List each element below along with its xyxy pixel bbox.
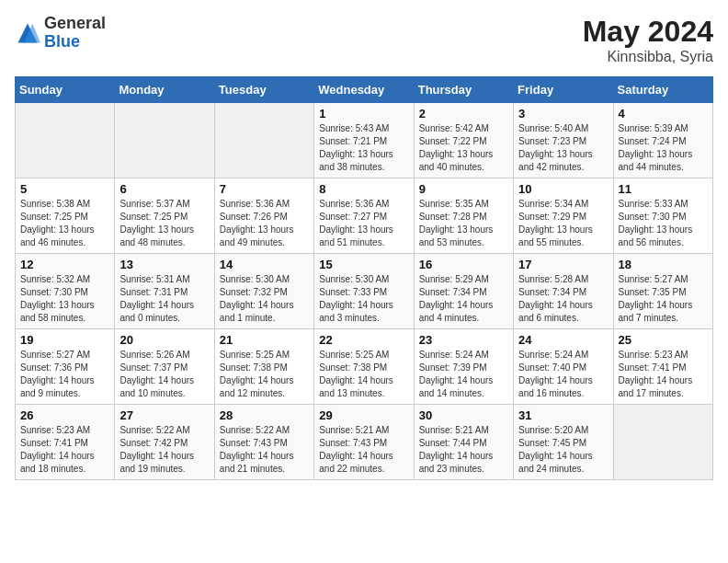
weekday-header-monday: Monday xyxy=(115,77,214,103)
day-info: Sunrise: 5:27 AM Sunset: 7:36 PM Dayligh… xyxy=(20,349,109,400)
day-number: 3 xyxy=(518,107,608,121)
day-number: 22 xyxy=(319,333,408,347)
day-number: 10 xyxy=(518,182,608,196)
calendar-cell: 14Sunrise: 5:30 AM Sunset: 7:32 PM Dayli… xyxy=(214,254,313,329)
weekday-header-tuesday: Tuesday xyxy=(214,77,313,103)
calendar-cell: 7Sunrise: 5:36 AM Sunset: 7:26 PM Daylig… xyxy=(214,178,313,254)
day-info: Sunrise: 5:30 AM Sunset: 7:33 PM Dayligh… xyxy=(319,273,408,325)
calendar-cell: 19Sunrise: 5:27 AM Sunset: 7:36 PM Dayli… xyxy=(16,329,115,405)
calendar-cell: 13Sunrise: 5:31 AM Sunset: 7:31 PM Dayli… xyxy=(115,254,214,329)
week-row-5: 26Sunrise: 5:23 AM Sunset: 7:41 PM Dayli… xyxy=(16,405,713,480)
title-block: May 2024 Kinnsibba, Syria xyxy=(583,15,713,65)
calendar-cell xyxy=(115,103,214,178)
calendar-cell: 12Sunrise: 5:32 AM Sunset: 7:30 PM Dayli… xyxy=(16,254,115,329)
location: Kinnsibba, Syria xyxy=(583,49,713,65)
day-number: 7 xyxy=(220,182,309,196)
calendar-cell: 20Sunrise: 5:26 AM Sunset: 7:37 PM Dayli… xyxy=(115,329,214,405)
calendar-cell: 27Sunrise: 5:22 AM Sunset: 7:42 PM Dayli… xyxy=(115,405,214,480)
week-row-3: 12Sunrise: 5:32 AM Sunset: 7:30 PM Dayli… xyxy=(16,254,713,329)
day-number: 5 xyxy=(20,182,109,196)
day-number: 2 xyxy=(419,107,508,121)
calendar-cell: 9Sunrise: 5:35 AM Sunset: 7:28 PM Daylig… xyxy=(414,178,513,254)
calendar-cell: 26Sunrise: 5:23 AM Sunset: 7:41 PM Dayli… xyxy=(16,405,115,480)
day-number: 28 xyxy=(220,408,309,422)
weekday-header-friday: Friday xyxy=(514,77,613,103)
day-info: Sunrise: 5:20 AM Sunset: 7:45 PM Dayligh… xyxy=(518,424,608,476)
day-number: 21 xyxy=(220,333,309,347)
month-year: May 2024 xyxy=(583,15,713,49)
day-info: Sunrise: 5:23 AM Sunset: 7:41 PM Dayligh… xyxy=(20,424,109,476)
day-number: 17 xyxy=(518,258,608,271)
day-info: Sunrise: 5:35 AM Sunset: 7:28 PM Dayligh… xyxy=(419,198,508,249)
calendar-cell: 25Sunrise: 5:23 AM Sunset: 7:41 PM Dayli… xyxy=(613,329,712,405)
day-number: 31 xyxy=(518,408,608,422)
day-number: 19 xyxy=(20,333,109,347)
day-number: 12 xyxy=(20,258,109,271)
day-number: 13 xyxy=(119,258,209,271)
day-number: 9 xyxy=(419,182,508,196)
day-info: Sunrise: 5:24 AM Sunset: 7:40 PM Dayligh… xyxy=(518,349,608,400)
weekday-header-saturday: Saturday xyxy=(613,77,712,103)
day-info: Sunrise: 5:36 AM Sunset: 7:27 PM Dayligh… xyxy=(319,198,408,249)
day-number: 20 xyxy=(119,333,209,347)
day-info: Sunrise: 5:34 AM Sunset: 7:29 PM Dayligh… xyxy=(518,198,608,249)
day-info: Sunrise: 5:21 AM Sunset: 7:44 PM Dayligh… xyxy=(419,424,508,476)
day-info: Sunrise: 5:39 AM Sunset: 7:24 PM Dayligh… xyxy=(619,122,708,174)
weekday-header-thursday: Thursday xyxy=(414,77,513,103)
weekday-header-sunday: Sunday xyxy=(16,77,115,103)
day-number: 23 xyxy=(419,333,508,347)
day-info: Sunrise: 5:36 AM Sunset: 7:26 PM Dayligh… xyxy=(220,198,309,249)
calendar-cell: 11Sunrise: 5:33 AM Sunset: 7:30 PM Dayli… xyxy=(613,178,712,254)
calendar-cell: 3Sunrise: 5:40 AM Sunset: 7:23 PM Daylig… xyxy=(514,103,613,178)
day-info: Sunrise: 5:24 AM Sunset: 7:39 PM Dayligh… xyxy=(419,349,508,400)
day-info: Sunrise: 5:33 AM Sunset: 7:30 PM Dayligh… xyxy=(619,198,708,249)
day-number: 6 xyxy=(119,182,209,196)
logo: General Blue xyxy=(15,15,106,52)
day-number: 8 xyxy=(319,182,408,196)
day-number: 27 xyxy=(119,408,209,422)
day-info: Sunrise: 5:43 AM Sunset: 7:21 PM Dayligh… xyxy=(319,122,408,174)
day-number: 30 xyxy=(419,408,508,422)
weekday-header-row: SundayMondayTuesdayWednesdayThursdayFrid… xyxy=(16,77,713,103)
day-info: Sunrise: 5:30 AM Sunset: 7:32 PM Dayligh… xyxy=(220,273,309,325)
day-info: Sunrise: 5:23 AM Sunset: 7:41 PM Dayligh… xyxy=(619,349,708,400)
logo-general: General xyxy=(44,15,106,33)
calendar-cell: 28Sunrise: 5:22 AM Sunset: 7:43 PM Dayli… xyxy=(214,405,313,480)
calendar-cell: 1Sunrise: 5:43 AM Sunset: 7:21 PM Daylig… xyxy=(314,103,414,178)
calendar-cell xyxy=(16,103,115,178)
calendar-cell: 10Sunrise: 5:34 AM Sunset: 7:29 PM Dayli… xyxy=(514,178,613,254)
calendar-cell xyxy=(214,103,313,178)
day-number: 15 xyxy=(319,258,408,271)
logo-text: General Blue xyxy=(44,15,106,52)
calendar-cell xyxy=(613,405,712,480)
day-number: 26 xyxy=(20,408,109,422)
calendar-cell: 2Sunrise: 5:42 AM Sunset: 7:22 PM Daylig… xyxy=(414,103,513,178)
day-number: 14 xyxy=(220,258,309,271)
calendar-cell: 5Sunrise: 5:38 AM Sunset: 7:25 PM Daylig… xyxy=(16,178,115,254)
day-info: Sunrise: 5:31 AM Sunset: 7:31 PM Dayligh… xyxy=(119,273,209,325)
day-info: Sunrise: 5:42 AM Sunset: 7:22 PM Dayligh… xyxy=(419,122,508,174)
calendar-cell: 29Sunrise: 5:21 AM Sunset: 7:43 PM Dayli… xyxy=(314,405,414,480)
day-info: Sunrise: 5:27 AM Sunset: 7:35 PM Dayligh… xyxy=(619,273,708,325)
day-info: Sunrise: 5:28 AM Sunset: 7:34 PM Dayligh… xyxy=(518,273,608,325)
calendar-cell: 31Sunrise: 5:20 AM Sunset: 7:45 PM Dayli… xyxy=(514,405,613,480)
week-row-1: 1Sunrise: 5:43 AM Sunset: 7:21 PM Daylig… xyxy=(16,103,713,178)
day-info: Sunrise: 5:22 AM Sunset: 7:42 PM Dayligh… xyxy=(119,424,209,476)
week-row-2: 5Sunrise: 5:38 AM Sunset: 7:25 PM Daylig… xyxy=(16,178,713,254)
day-info: Sunrise: 5:32 AM Sunset: 7:30 PM Dayligh… xyxy=(20,273,109,325)
calendar-cell: 8Sunrise: 5:36 AM Sunset: 7:27 PM Daylig… xyxy=(314,178,414,254)
calendar-cell: 15Sunrise: 5:30 AM Sunset: 7:33 PM Dayli… xyxy=(314,254,414,329)
calendar-cell: 17Sunrise: 5:28 AM Sunset: 7:34 PM Dayli… xyxy=(514,254,613,329)
day-number: 4 xyxy=(619,107,708,121)
day-number: 18 xyxy=(619,258,708,271)
day-info: Sunrise: 5:37 AM Sunset: 7:25 PM Dayligh… xyxy=(119,198,209,249)
calendar-cell: 22Sunrise: 5:25 AM Sunset: 7:38 PM Dayli… xyxy=(314,329,414,405)
week-row-4: 19Sunrise: 5:27 AM Sunset: 7:36 PM Dayli… xyxy=(16,329,713,405)
day-number: 11 xyxy=(619,182,708,196)
calendar-cell: 18Sunrise: 5:27 AM Sunset: 7:35 PM Dayli… xyxy=(613,254,712,329)
day-info: Sunrise: 5:29 AM Sunset: 7:34 PM Dayligh… xyxy=(419,273,508,325)
page-header: General Blue May 2024 Kinnsibba, Syria xyxy=(15,15,713,65)
calendar-cell: 24Sunrise: 5:24 AM Sunset: 7:40 PM Dayli… xyxy=(514,329,613,405)
calendar-cell: 21Sunrise: 5:25 AM Sunset: 7:38 PM Dayli… xyxy=(214,329,313,405)
day-info: Sunrise: 5:38 AM Sunset: 7:25 PM Dayligh… xyxy=(20,198,109,249)
